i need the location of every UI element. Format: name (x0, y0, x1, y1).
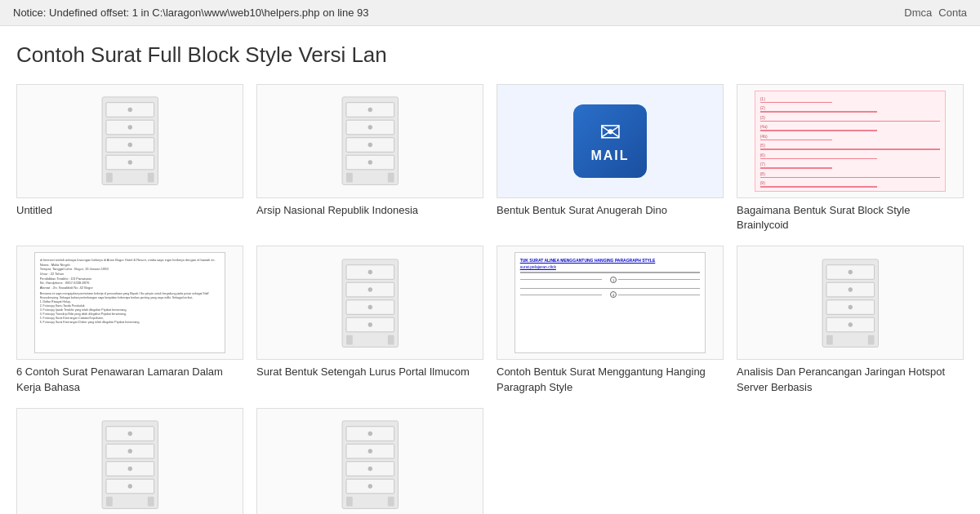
card-1-image (16, 84, 243, 198)
card-6[interactable]: Surat Bentuk Setengah Lurus Portal Ilmuc… (256, 246, 483, 394)
svg-rect-10 (148, 173, 154, 183)
svg-rect-21 (388, 173, 394, 183)
card-6-image (256, 246, 483, 360)
card-10-image (256, 408, 483, 514)
contact-link[interactable]: Conta (938, 7, 967, 19)
card-1[interactable]: Untitled (16, 84, 243, 233)
svg-rect-43 (868, 335, 875, 344)
notice-text: Notice: Undefined offset: 1 in C:\larago… (13, 7, 369, 19)
svg-rect-20 (346, 173, 353, 183)
mail-icon-box: ✉ MAIL (573, 104, 647, 178)
hanging-doc: TUK SURAT ALINEA MENGGANTUNG HANGING PAR… (514, 252, 706, 353)
svg-rect-9 (106, 173, 113, 183)
svg-rect-64 (346, 497, 353, 507)
card-4-label: Bagaimana Bentuk Surat Block Style Brain… (737, 203, 964, 233)
svg-point-8 (128, 161, 132, 165)
svg-point-24 (368, 270, 372, 274)
card-6-label: Surat Bentuk Setengah Lurus Portal Ilmuc… (256, 365, 483, 379)
svg-point-61 (368, 467, 372, 471)
card-7[interactable]: TUK SURAT ALINEA MENGGANTUNG HANGING PAR… (497, 246, 724, 394)
letter-doc: di Internet terdah adanya lowongan beker… (34, 252, 226, 353)
card-9-image (16, 408, 243, 514)
svg-rect-42 (826, 335, 833, 344)
svg-point-39 (849, 305, 853, 309)
svg-point-46 (128, 432, 132, 436)
card-5[interactable]: di Internet terdah adanya lowongan beker… (16, 246, 243, 394)
pink-doc: (1) (2) (3) (4a) (4b) (5) (6) (7) (755, 91, 947, 192)
svg-rect-31 (346, 335, 353, 344)
svg-point-17 (368, 143, 372, 147)
svg-point-19 (368, 161, 372, 165)
svg-point-59 (368, 450, 372, 454)
page-title: Contoh Surat Full Block Style Versi Lan (16, 42, 964, 68)
svg-point-15 (368, 126, 372, 130)
card-8[interactable]: Analisis Dan Perancangan Jaringan Hotspo… (737, 246, 964, 394)
svg-point-2 (128, 108, 132, 112)
svg-point-13 (368, 108, 372, 112)
card-8-label: Analisis Dan Perancangan Jaringan Hotspo… (737, 365, 964, 394)
card-3-image: ✉ MAIL (497, 84, 724, 198)
svg-rect-32 (388, 335, 394, 344)
svg-point-52 (128, 485, 132, 489)
svg-point-48 (128, 450, 132, 454)
envelope-icon: ✉ (599, 119, 621, 145)
card-3[interactable]: ✉ MAIL Bentuk Bentuk Surat Anugerah Dino (497, 84, 724, 233)
svg-point-4 (128, 126, 132, 130)
card-1-label: Untitled (16, 203, 243, 218)
svg-point-28 (368, 305, 372, 309)
card-7-label: Contoh Bentuk Surat Menggantung Hanging … (497, 365, 724, 394)
card-10[interactable] (256, 408, 483, 514)
svg-point-35 (849, 270, 853, 274)
card-5-image: di Internet terdah adanya lowongan beker… (16, 246, 243, 360)
svg-point-30 (368, 322, 372, 326)
card-2-label: Arsip Nasional Republik Indonesia (256, 203, 483, 218)
card-grid: Untitled Arsip Nasional R (16, 84, 964, 514)
card-2-image (256, 84, 483, 198)
nav-links[interactable]: Dmca Conta (904, 7, 967, 19)
notice-bar: Notice: Undefined offset: 1 in C:\larago… (0, 0, 980, 26)
main-content: Contoh Surat Full Block Style Versi Lan (0, 26, 980, 514)
svg-point-57 (368, 432, 372, 436)
svg-rect-65 (388, 497, 394, 507)
card-2[interactable]: Arsip Nasional Republik Indonesia (256, 84, 483, 233)
mail-label: MAIL (590, 148, 629, 163)
card-5-label: 6 Contoh Surat Penawaran Lamaran Dalam K… (16, 365, 243, 394)
card-4-image: (1) (2) (3) (4a) (4b) (5) (6) (7) (737, 84, 964, 198)
card-7-image: TUK SURAT ALINEA MENGGANTUNG HANGING PAR… (497, 246, 724, 360)
card-9[interactable] (16, 408, 243, 514)
card-4[interactable]: (1) (2) (3) (4a) (4b) (5) (6) (7) (737, 84, 964, 233)
svg-point-26 (368, 287, 372, 291)
svg-point-50 (128, 467, 132, 471)
dmca-link[interactable]: Dmca (904, 7, 932, 19)
svg-point-41 (849, 322, 853, 326)
svg-rect-54 (148, 497, 154, 507)
svg-rect-53 (106, 497, 113, 507)
card-3-label: Bentuk Bentuk Surat Anugerah Dino (497, 203, 724, 218)
svg-point-6 (128, 143, 132, 147)
svg-point-63 (368, 485, 372, 489)
svg-point-37 (849, 287, 853, 291)
card-8-image (737, 246, 964, 360)
